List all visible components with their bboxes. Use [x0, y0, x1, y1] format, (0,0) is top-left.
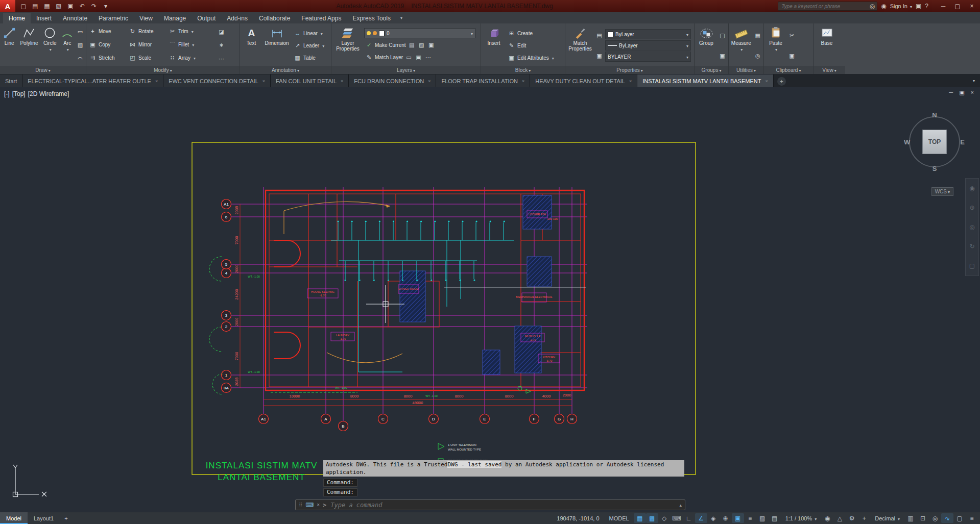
viewport-close-icon[interactable]: × — [971, 89, 974, 96]
close-tab-icon[interactable] — [765, 79, 768, 84]
qat-dropdown-icon[interactable]: ▾ — [100, 1, 111, 11]
measure-dropdown-icon[interactable] — [739, 46, 743, 53]
selection-cycling-icon[interactable]: ▤ — [769, 513, 781, 523]
customize-icon[interactable]: ≡ — [966, 513, 978, 523]
linetype-combo[interactable]: BYLAYER — [605, 52, 691, 62]
coordinates-readout[interactable]: 190478, -1014, 0 — [552, 515, 604, 521]
wcs-selector[interactable]: WCS — [931, 187, 953, 196]
create-block-button[interactable]: Create — [507, 28, 555, 39]
ribbon-tab[interactable]: Add-ins — [221, 13, 253, 23]
layer-tool-icon[interactable] — [408, 41, 416, 49]
ribbon-tab[interactable]: Featured Apps — [296, 13, 347, 23]
table-tool-button[interactable]: Table — [293, 52, 325, 63]
lineweight-combo[interactable]: ByLayer — [605, 40, 691, 51]
leader-tool-button[interactable]: Leader — [293, 40, 325, 51]
clipboard-panel-label[interactable]: Clipboard — [764, 66, 813, 74]
help-search-input[interactable] — [780, 3, 870, 10]
layer-tool-icon[interactable] — [427, 41, 435, 49]
autocad-logo[interactable]: A — [0, 0, 15, 12]
file-tab[interactable]: HEAVY DUTY CLEAN OUT DETAIL — [530, 74, 637, 87]
redo-icon[interactable]: ↷ — [88, 1, 100, 11]
ungroup-icon[interactable] — [719, 32, 726, 39]
search-icon[interactable]: ◎ — [870, 3, 875, 10]
annotation-monitor-icon[interactable]: + — [858, 513, 870, 523]
ribbon-tab[interactable]: Annotate — [57, 13, 93, 23]
help-search-box[interactable]: ◎ — [778, 2, 877, 11]
layer-tool-icon[interactable] — [405, 54, 413, 61]
maximize-button[interactable]: ▢ — [950, 1, 965, 12]
layers-panel-label[interactable]: Layers — [331, 66, 481, 74]
app-store-cart-icon[interactable]: ▣ — [916, 3, 921, 10]
ribbon-tab[interactable]: Express Tools — [347, 13, 396, 23]
full-navigation-wheel-icon[interactable]: ◉ — [969, 185, 974, 192]
fillet-tool-button[interactable]: Fillet — [168, 39, 216, 50]
properties-panel-label[interactable]: Properties — [565, 66, 694, 74]
command-line-bar[interactable]: ⠿ ⌨ × > ▴ — [295, 500, 685, 510]
layer-freeze-icon[interactable] — [373, 31, 377, 35]
group-button[interactable]: Group — [696, 25, 716, 66]
ribbon-tab[interactable]: Insert — [31, 13, 57, 23]
circle-tool-button[interactable]: Circle — [41, 25, 59, 66]
dimension-tool-button[interactable]: Dimension — [262, 25, 291, 66]
text-tool-button[interactable]: A Text — [242, 25, 261, 66]
annotation-scale-control[interactable]: 1:1 / 100% — [781, 515, 821, 521]
object-snap-icon[interactable]: ▣ — [732, 513, 744, 523]
viewcube[interactable]: N S W E TOP — [905, 113, 964, 171]
object-snap-tracking-icon[interactable]: ⊕ — [720, 513, 732, 523]
mirror-tool-button[interactable]: Mirror — [128, 39, 168, 50]
ribbon-tab[interactable]: Home — [3, 13, 31, 23]
ribbon-tab[interactable]: Parametric — [93, 13, 134, 23]
snap-mode-icon[interactable]: ▩ — [646, 513, 658, 523]
pan-icon[interactable]: ⊕ — [969, 204, 974, 211]
more-tools-icon[interactable] — [218, 55, 225, 63]
layer-on-bulb-icon[interactable] — [367, 31, 371, 35]
array-dropdown-icon[interactable] — [193, 55, 196, 61]
polar-tracking-icon[interactable]: ∠ — [695, 513, 707, 523]
show-motion-icon[interactable]: ▢ — [969, 262, 975, 269]
open-file-icon[interactable]: ▤ — [30, 1, 41, 11]
base-view-button[interactable]: Base — [815, 25, 839, 66]
ortho-mode-icon[interactable]: ∟ — [683, 513, 695, 523]
linear-dropdown-icon[interactable] — [320, 31, 323, 36]
view-panel-label[interactable]: View — [814, 66, 845, 74]
copy-clip-icon[interactable] — [788, 52, 796, 60]
insert-block-button[interactable]: Insert — [483, 25, 505, 66]
command-keyboard-icon[interactable]: ⌨ — [305, 502, 314, 508]
close-tab-icon[interactable] — [155, 79, 158, 84]
layer-tool-icon[interactable] — [424, 54, 432, 61]
fillet-dropdown-icon[interactable] — [191, 42, 194, 47]
grid-display-icon[interactable]: ▦ — [634, 513, 646, 523]
erase-icon[interactable] — [218, 28, 225, 36]
move-tool-button[interactable]: Move — [88, 26, 128, 37]
infer-constraints-icon[interactable]: ◇ — [658, 513, 671, 523]
properties-copy-icon[interactable] — [595, 52, 603, 60]
layer-tool-icon[interactable] — [418, 41, 425, 49]
close-tab-icon[interactable] — [341, 79, 343, 84]
close-button[interactable]: × — [965, 1, 979, 12]
close-tab-icon[interactable] — [262, 79, 265, 84]
layer-properties-button[interactable]: Layer Properties — [333, 25, 363, 66]
edit-attributes-dropdown-icon[interactable] — [551, 55, 554, 61]
viewport-view-control[interactable]: [Top] — [12, 90, 26, 97]
modify-panel-label[interactable]: Modify — [86, 66, 240, 74]
arc-dropdown-icon[interactable] — [66, 46, 69, 53]
stretch-tool-button[interactable]: Stretch — [88, 52, 128, 63]
paste-dropdown-icon[interactable] — [774, 46, 777, 53]
zoom-icon[interactable]: ◎ — [969, 223, 974, 231]
groups-panel-label[interactable]: Groups — [695, 66, 728, 74]
match-layer-button[interactable]: Match Layer — [364, 52, 475, 63]
quick-properties-icon[interactable]: ▥ — [904, 513, 917, 523]
ribbon-tab[interactable]: View — [134, 13, 158, 23]
model-tab[interactable]: Model — [0, 512, 28, 524]
sign-in-button[interactable]: Sign In — [890, 3, 912, 9]
viewcube-south[interactable]: S — [933, 165, 937, 172]
viewport-menu-control[interactable]: [-] — [4, 90, 10, 97]
lineweight-icon[interactable]: ≡ — [744, 513, 756, 523]
cut-icon[interactable] — [788, 32, 796, 39]
layer-selector-combo[interactable]: 0 — [364, 28, 475, 38]
orbit-icon[interactable]: ↻ — [969, 243, 974, 250]
layer-color-swatch[interactable] — [379, 31, 385, 36]
utilities-panel-label[interactable]: Utilities — [729, 66, 763, 74]
match-properties-button[interactable]: Match Properties — [567, 25, 593, 66]
make-current-button[interactable]: Make Current — [364, 39, 475, 51]
